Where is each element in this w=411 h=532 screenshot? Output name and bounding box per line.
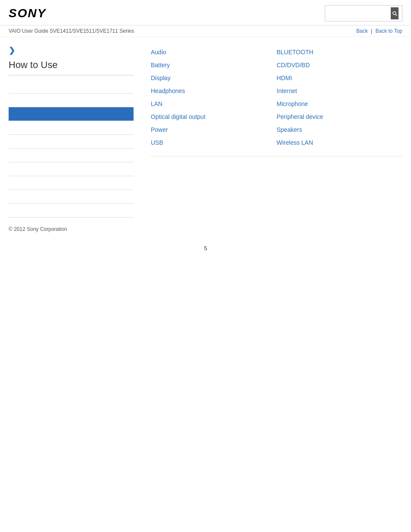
nav-separator: | [371,28,372,34]
search-button[interactable] [391,7,399,19]
link-wireless-lan[interactable]: Wireless LAN [277,136,394,149]
sidebar-item-active[interactable] [9,107,134,121]
link-battery[interactable]: Battery [151,59,268,72]
search-box[interactable] [325,5,402,22]
nav-links: Back | Back to Top [356,28,402,34]
main-content: Audio Battery Display Headphones LAN Opt… [142,46,402,218]
back-to-top-link[interactable]: Back to Top [376,28,402,34]
sidebar-item-5[interactable] [9,135,134,149]
search-input[interactable] [329,10,389,17]
topic-links-grid: Audio Battery Display Headphones LAN Opt… [151,46,402,156]
link-headphones[interactable]: Headphones [151,84,268,97]
subheader: VAIO User Guide SVE1411/SVE1511/SVE1711 … [0,25,411,37]
left-link-col: Audio Battery Display Headphones LAN Opt… [151,46,277,149]
sidebar-title: How to Use [9,59,134,75]
back-link[interactable]: Back [356,28,368,34]
sidebar-item-9[interactable] [9,190,134,204]
guide-title: VAIO User Guide SVE1411/SVE1511/SVE1711 … [9,28,134,34]
link-optical[interactable]: Optical digital output [151,110,268,123]
link-power[interactable]: Power [151,123,268,136]
sidebar-item-10[interactable] [9,204,134,218]
link-usb[interactable]: USB [151,136,268,149]
page-number: 5 [0,236,411,260]
sidebar: ❯ How to Use [9,46,142,218]
sidebar-item-1[interactable] [9,80,134,93]
link-bluetooth[interactable]: BLUETOOTH [277,46,394,59]
link-internet[interactable]: Internet [277,84,394,97]
sidebar-item-8[interactable] [9,176,134,190]
sidebar-item-2[interactable] [9,93,134,107]
footer: © 2012 Sony Corporation [0,218,411,236]
header: SONY VAIO User Guide SVE1411/SVE1511/SVE… [0,0,411,37]
sidebar-item-4[interactable] [9,121,134,135]
copyright: © 2012 Sony Corporation [9,226,67,232]
link-audio[interactable]: Audio [151,46,268,59]
link-peripheral[interactable]: Peripheral device [277,110,394,123]
link-microphone[interactable]: Microphone [277,97,394,110]
breadcrumb-arrow: ❯ [9,46,134,55]
link-cddvdbd[interactable]: CD/DVD/BD [277,59,394,72]
link-display[interactable]: Display [151,72,268,84]
link-hdmi[interactable]: HDMI [277,72,394,84]
content-area: ❯ How to Use Audio Battery Display Headp… [0,37,411,218]
sidebar-item-7[interactable] [9,162,134,176]
search-icon [392,10,398,16]
sidebar-item-6[interactable] [9,149,134,162]
right-link-col: BLUETOOTH CD/DVD/BD HDMI Internet Microp… [277,46,402,149]
sony-logo: SONY [9,6,46,20]
link-lan[interactable]: LAN [151,97,268,110]
link-speakers[interactable]: Speakers [277,123,394,136]
